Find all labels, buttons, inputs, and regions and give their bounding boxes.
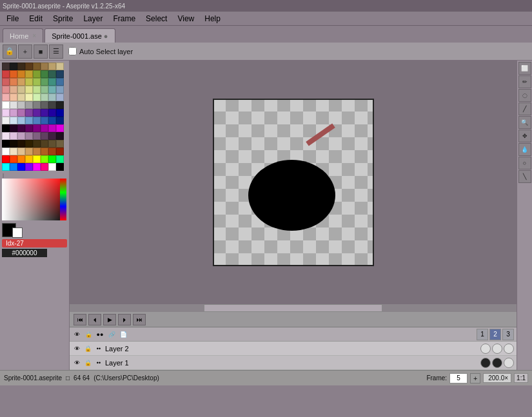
palette-cell-107[interactable] xyxy=(25,163,33,171)
palette-cell-67[interactable] xyxy=(25,124,33,132)
eye-header-icon[interactable]: 👁 xyxy=(72,330,81,339)
palette-cell-60[interactable] xyxy=(33,117,41,124)
frame-num-2[interactable]: 2 xyxy=(489,329,501,340)
palette-cell-71[interactable] xyxy=(56,124,64,132)
add-button[interactable]: + xyxy=(18,44,32,59)
palette-cell-103[interactable] xyxy=(56,155,64,163)
palette-cell-87[interactable] xyxy=(56,140,64,148)
rt-select[interactable]: ⬜ xyxy=(518,62,531,75)
square-button[interactable]: ■ xyxy=(34,44,48,59)
layer2-frame3[interactable] xyxy=(504,344,514,354)
palette-cell-39[interactable] xyxy=(56,93,64,101)
dots-header-icon[interactable]: ●● xyxy=(95,330,104,339)
palette-cell-108[interactable] xyxy=(33,163,41,171)
canvas-viewport[interactable] xyxy=(70,61,517,304)
rt-zoom[interactable]: 🔍 xyxy=(518,116,531,129)
palette-cell-4[interactable] xyxy=(33,63,41,70)
palette-cell-79[interactable] xyxy=(56,132,64,140)
palette-cell-8[interactable] xyxy=(2,70,10,78)
palette-cell-47[interactable] xyxy=(56,101,64,109)
palette-cell-16[interactable] xyxy=(2,78,10,86)
palette-cell-24[interactable] xyxy=(2,86,10,93)
menu-edit[interactable]: Edit xyxy=(24,13,48,24)
layer2-frame2[interactable] xyxy=(492,344,502,354)
palette-cell-38[interactable] xyxy=(48,93,56,101)
layer1-frame2[interactable] xyxy=(492,358,502,368)
palette-cell-111[interactable] xyxy=(56,163,64,171)
palette-cell-73[interactable] xyxy=(10,132,17,140)
palette-cell-53[interactable] xyxy=(41,109,48,117)
palette-cell-1[interactable] xyxy=(10,63,17,70)
palette-cell-20[interactable] xyxy=(33,78,41,86)
palette-cell-29[interactable] xyxy=(41,86,48,93)
palette-cell-74[interactable] xyxy=(17,132,25,140)
layer2-dots-icon[interactable]: •• xyxy=(94,344,103,353)
palette-cell-7[interactable] xyxy=(56,63,64,70)
palette-cell-50[interactable] xyxy=(17,109,25,117)
palette-cell-101[interactable] xyxy=(41,155,48,163)
palette-cell-12[interactable] xyxy=(33,70,41,78)
palette-cell-109[interactable] xyxy=(41,163,48,171)
palette-cell-17[interactable] xyxy=(10,78,17,86)
palette-cell-13[interactable] xyxy=(41,70,48,78)
palette-cell-6[interactable] xyxy=(48,63,56,70)
scrollbar-thumb[interactable] xyxy=(204,304,382,312)
palette-cell-75[interactable] xyxy=(25,132,33,140)
palette-cell-85[interactable] xyxy=(41,140,48,148)
palette-cell-64[interactable] xyxy=(2,124,10,132)
palette-cell-93[interactable] xyxy=(41,148,48,155)
palette-cell-94[interactable] xyxy=(48,148,56,155)
tab-home[interactable]: Home × xyxy=(3,28,43,43)
palette-cell-9[interactable] xyxy=(10,70,17,78)
frame-num-1[interactable]: 1 xyxy=(477,329,488,340)
palette-cell-62[interactable] xyxy=(48,117,56,124)
layer1-visible-icon[interactable]: 👁 xyxy=(72,358,81,367)
palette-cell-43[interactable] xyxy=(25,101,33,109)
palette-cell-52[interactable] xyxy=(33,109,41,117)
palette-cell-40[interactable] xyxy=(2,101,10,109)
palette-cell-36[interactable] xyxy=(33,93,41,101)
menu-file[interactable]: File xyxy=(1,13,24,24)
rt-pencil[interactable]: ✏ xyxy=(518,75,531,88)
palette-cell-91[interactable] xyxy=(25,148,33,155)
palette-cell-92[interactable] xyxy=(33,148,41,155)
palette-cell-95[interactable] xyxy=(56,148,64,155)
palette-cell-22[interactable] xyxy=(48,78,56,86)
palette-cell-70[interactable] xyxy=(48,124,56,132)
tab-sprite[interactable]: Sprite-0001.ase ● xyxy=(44,28,115,43)
anim-last[interactable]: ⏭ xyxy=(133,314,146,325)
palette-cell-106[interactable] xyxy=(17,163,25,171)
palette-cell-59[interactable] xyxy=(25,117,33,124)
palette-cell-35[interactable] xyxy=(25,93,33,101)
layer1-lock-icon[interactable]: 🔒 xyxy=(83,358,92,367)
hue-slider[interactable] xyxy=(60,179,66,220)
rt-move[interactable]: ✥ xyxy=(518,130,531,142)
palette-cell-31[interactable] xyxy=(56,86,64,93)
palette-cell-76[interactable] xyxy=(33,132,41,140)
lock-button[interactable]: 🔒 xyxy=(3,44,17,59)
palette-cell-102[interactable] xyxy=(48,155,56,163)
palette-cell-69[interactable] xyxy=(41,124,48,132)
anim-prev[interactable]: ⏴ xyxy=(88,314,101,325)
ratio-display[interactable]: 1:1 xyxy=(514,373,528,383)
anim-play[interactable]: ▶ xyxy=(103,314,116,325)
palette-cell-33[interactable] xyxy=(10,93,17,101)
rt-fill[interactable]: 💧 xyxy=(518,143,531,156)
palette-cell-28[interactable] xyxy=(33,86,41,93)
palette-cell-104[interactable] xyxy=(2,163,10,171)
rt-eraser[interactable]: ◌ xyxy=(518,89,531,102)
palette-cell-45[interactable] xyxy=(41,101,48,109)
palette-cell-49[interactable] xyxy=(10,109,17,117)
palette-cell-0[interactable] xyxy=(2,63,10,70)
palette-cell-110[interactable] xyxy=(48,163,56,171)
new-header-icon[interactable]: 📄 xyxy=(119,330,128,339)
idx-badge[interactable]: Idx-27 xyxy=(2,239,67,247)
anim-first[interactable]: ⏮ xyxy=(74,314,86,325)
auto-select-checkbox[interactable] xyxy=(68,47,77,55)
canvas-scrollbar[interactable] xyxy=(70,304,517,312)
palette-cell-51[interactable] xyxy=(25,109,33,117)
palette-cell-11[interactable] xyxy=(25,70,33,78)
palette-cell-42[interactable] xyxy=(17,101,25,109)
palette-cell-2[interactable] xyxy=(17,63,25,70)
palette-cell-90[interactable] xyxy=(17,148,25,155)
